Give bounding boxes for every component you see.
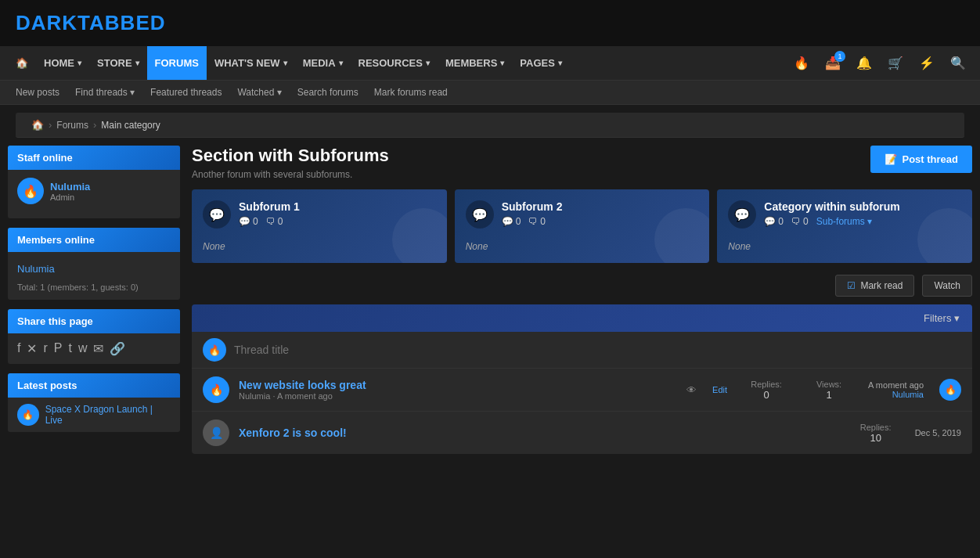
- filters-label: Filters ▾: [924, 312, 960, 324]
- members-online-body: Nulumia Total: 1 (members: 1, guests: 0): [8, 252, 180, 300]
- sub-nav-watched[interactable]: Watched ▾: [237, 87, 281, 98]
- lightning-icon-btn[interactable]: ⚡: [913, 49, 941, 77]
- nav-icon-group: 🔥 📥1 🔔 🛒 ⚡ 🔍: [787, 49, 972, 77]
- thread-0-time: A moment ago: [277, 391, 333, 401]
- home-arrow: ▾: [77, 59, 81, 67]
- inbox-icon-btn[interactable]: 📥1: [819, 49, 847, 77]
- sub-nav-new-posts[interactable]: New posts: [16, 87, 59, 98]
- breadcrumb-current: Main category: [101, 120, 160, 131]
- online-member-item[interactable]: Nulumia: [17, 260, 171, 278]
- breadcrumb-sep1: ›: [49, 119, 52, 131]
- staff-online-header: Staff online: [8, 146, 180, 170]
- latest-post-item[interactable]: 🔥 Space X Dragon Launch | Live: [8, 398, 180, 432]
- share-reddit-icon[interactable]: r: [43, 341, 47, 356]
- nav-home[interactable]: HOME ▾: [36, 46, 89, 80]
- subforum-1-title[interactable]: Subforum 1: [239, 200, 300, 213]
- site-logo[interactable]: DARKTABBED: [16, 11, 166, 35]
- subforum-2-title[interactable]: Subforum 2: [502, 200, 563, 213]
- watch-button[interactable]: Watch: [922, 275, 972, 297]
- thread-title-input[interactable]: [234, 344, 961, 356]
- staff-online-section: Staff online 🔥 Nulumia Admin: [8, 146, 180, 218]
- thread-0-replies-block: Replies: 0: [743, 380, 790, 401]
- members-online-header: Members online: [8, 228, 180, 252]
- subforum-card-1-top: 💬 Subforum 1 💬 0 🗨 0: [203, 200, 436, 229]
- content-area: Section with Subforums Another forum wit…: [192, 146, 972, 454]
- nav-store[interactable]: STORE ▾: [89, 46, 147, 80]
- subforum-3-icon: 💬: [728, 200, 756, 229]
- share-icons-group: f ✕ r P t w ✉ 🔗: [8, 333, 180, 364]
- share-email-icon[interactable]: ✉: [93, 341, 103, 356]
- breadcrumb-home-icon[interactable]: 🏠: [31, 119, 44, 131]
- filters-bar: Filters ▾: [192, 304, 972, 332]
- subforums-grid: 💬 Subforum 1 💬 0 🗨 0 None 💬 Subfor: [192, 189, 972, 263]
- thread-0-views-val: 1: [805, 389, 852, 401]
- subforum-3-comments: 💬 0: [764, 216, 784, 227]
- nav-forums[interactable]: FORUMS: [147, 46, 207, 80]
- share-twitter-icon[interactable]: ✕: [27, 341, 37, 356]
- share-section: Share this page f ✕ r P t w ✉ 🔗: [8, 309, 180, 364]
- mark-read-button[interactable]: ☑ Mark read: [835, 275, 914, 297]
- thread-input-avatar: 🔥: [203, 338, 226, 362]
- forum-title-group: Section with Subforums Another forum wit…: [192, 146, 389, 180]
- latest-post-title[interactable]: Space X Dragon Launch | Live: [45, 404, 171, 426]
- latest-posts-section: Latest posts 🔥 Space X Dragon Launch | L…: [8, 373, 180, 432]
- mark-read-label: Mark read: [860, 280, 903, 291]
- share-pinterest-icon[interactable]: P: [54, 341, 63, 356]
- thread-1-title[interactable]: Xenforo 2 is so cool!: [239, 427, 843, 439]
- online-total: Total: 1 (members: 1, guests: 0): [17, 283, 171, 292]
- search-icon-btn[interactable]: 🔍: [944, 49, 972, 77]
- subforum-1-replies: 🗨 0: [266, 216, 283, 227]
- thread-0-last-user[interactable]: Nulumia: [868, 390, 924, 399]
- latest-post-avatar: 🔥: [17, 404, 39, 426]
- logo-prefix: DARK: [16, 11, 77, 34]
- sub-nav-search[interactable]: Search forums: [297, 87, 358, 98]
- post-thread-button[interactable]: 📝 Post thread: [870, 146, 972, 173]
- subforum-1-comments: 💬 0: [239, 216, 258, 227]
- thread-1-replies-val: 10: [852, 432, 899, 444]
- thread-0-author[interactable]: Nulumia: [239, 391, 270, 401]
- subforum-3-sublink[interactable]: Sub-forums ▾: [816, 216, 872, 227]
- breadcrumb-forums[interactable]: Forums: [56, 120, 88, 131]
- sub-nav-find-threads[interactable]: Find threads ▾: [75, 87, 135, 98]
- nav-members[interactable]: MEMBERS ▾: [438, 46, 512, 80]
- media-arrow: ▾: [339, 59, 343, 67]
- subforum-3-title[interactable]: Category within subforum: [764, 200, 899, 213]
- share-tumblr-icon[interactable]: t: [68, 341, 71, 356]
- share-whatsapp-icon[interactable]: w: [78, 341, 88, 356]
- thread-0-last-time: A moment ago: [868, 380, 924, 390]
- nav-pages[interactable]: PAGES ▾: [512, 46, 570, 80]
- nav-whats-new[interactable]: WHAT'S NEW ▾: [207, 46, 295, 80]
- forum-header: Section with Subforums Another forum wit…: [192, 146, 972, 180]
- staff-name[interactable]: Nulumia: [50, 181, 90, 193]
- thread-item-0: 🔥 New website looks great Nulumia · A mo…: [192, 369, 972, 412]
- thread-0-end-avatar: 🔥: [939, 379, 961, 401]
- subforum-card-3: 💬 Category within subforum 💬 0 🗨 0 Sub-f…: [717, 189, 972, 263]
- thread-0-edit[interactable]: Edit: [712, 385, 727, 394]
- post-thread-icon: 📝: [885, 153, 897, 165]
- sub-nav-featured[interactable]: Featured threads: [150, 87, 222, 98]
- breadcrumb: 🏠 › Forums › Main category: [16, 113, 964, 138]
- pages-arrow: ▾: [558, 59, 562, 67]
- staff-avatar: 🔥: [17, 178, 44, 204]
- flame-icon-btn[interactable]: 🔥: [787, 49, 816, 77]
- subforum-2-meta: 💬 0 🗨 0: [502, 216, 563, 227]
- share-link-icon[interactable]: 🔗: [110, 341, 125, 356]
- filters-button[interactable]: Filters ▾: [924, 312, 960, 324]
- inbox-badge: 1: [834, 51, 845, 62]
- bell-icon-btn[interactable]: 🔔: [850, 49, 878, 77]
- site-header: DARKTABBED: [0, 0, 980, 46]
- subforum-3-latest: None: [728, 241, 961, 252]
- thread-1-replies-label: Replies:: [852, 423, 899, 432]
- subforum-3-replies: 🗨 0: [791, 216, 809, 227]
- nav-home-icon[interactable]: 🏠: [8, 46, 36, 80]
- nav-media[interactable]: MEDIA ▾: [295, 46, 351, 80]
- cart-icon-btn[interactable]: 🛒: [881, 49, 910, 77]
- share-facebook-icon[interactable]: f: [17, 341, 20, 356]
- sub-nav-mark-read[interactable]: Mark forums read: [374, 87, 448, 98]
- nav-resources[interactable]: RESOURCES ▾: [351, 46, 438, 80]
- thread-0-replies-label: Replies:: [743, 380, 790, 389]
- thread-item-1: 👤 Xenforo 2 is so cool! Replies: 10 Dec …: [192, 412, 972, 454]
- subforum-3-info: Category within subforum 💬 0 🗨 0 Sub-for…: [764, 200, 899, 227]
- thread-0-title[interactable]: New website looks great: [239, 379, 677, 391]
- thread-0-views-label: Views:: [805, 380, 852, 389]
